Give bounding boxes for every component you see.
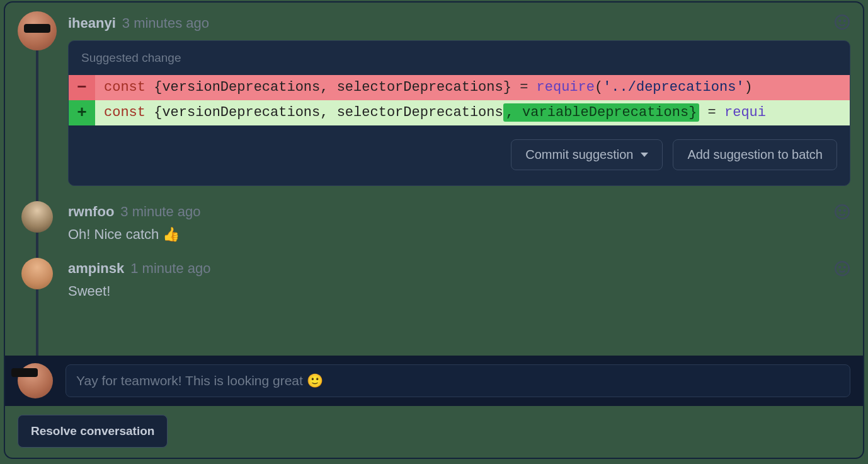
reply-bar: Yay for teamwork! This is looking great … — [5, 356, 863, 406]
comment-header: ampinsk 1 minute ago — [68, 260, 850, 277]
comment: iheanyi 3 minutes ago Suggested change −… — [5, 3, 863, 192]
chevron-down-icon — [641, 153, 648, 157]
comment-body: Sweet! — [68, 283, 850, 299]
comment-header: iheanyi 3 minutes ago — [68, 15, 850, 32]
comment-header: rwnfoo 3 minute ago — [68, 204, 850, 220]
reply-placeholder: Yay for teamwork! This is looking great … — [76, 373, 323, 388]
suggestion-header: Suggested change — [69, 41, 850, 75]
button-label: Add suggestion to batch — [687, 148, 823, 162]
reply-input[interactable]: Yay for teamwork! This is looking great … — [66, 364, 850, 397]
svg-point-2 — [844, 20, 845, 21]
avatar[interactable] — [21, 258, 53, 289]
add-reaction-icon[interactable] — [834, 14, 850, 30]
comment: ampinsk 1 minute ago Sweet! — [5, 249, 863, 306]
suggestion-box: Suggested change − const {versionDepreca… — [68, 40, 850, 186]
add-reaction-icon[interactable] — [834, 260, 850, 277]
svg-point-6 — [835, 262, 849, 276]
svg-point-5 — [844, 210, 845, 211]
diff-added-line: + const {versionDeprecations, selectorDe… — [69, 100, 850, 125]
timestamp: 1 minute ago — [130, 260, 210, 277]
suggestion-actions: Commit suggestion Add suggestion to batc… — [69, 125, 850, 185]
svg-point-0 — [835, 15, 849, 29]
svg-point-8 — [844, 267, 845, 268]
username[interactable]: iheanyi — [68, 15, 116, 32]
avatar[interactable] — [21, 201, 53, 233]
commit-suggestion-button[interactable]: Commit suggestion — [511, 139, 663, 170]
username[interactable]: ampinsk — [68, 260, 124, 277]
diff-code: const {versionDeprecations, selectorDepr… — [95, 75, 850, 100]
comment-body: Oh! Nice catch 👍 — [68, 226, 850, 243]
diff-code: const {versionDeprecations, selectorDepr… — [95, 100, 850, 125]
diff-added-highlight: , variableDeprecations} — [503, 103, 700, 122]
avatar[interactable] — [18, 11, 57, 50]
timestamp: 3 minute ago — [120, 204, 200, 220]
diff-gutter-minus: − — [69, 75, 95, 100]
thread-area: iheanyi 3 minutes ago Suggested change −… — [5, 3, 863, 458]
diff-gutter-plus: + — [69, 100, 95, 125]
diff: − const {versionDeprecations, selectorDe… — [69, 75, 850, 125]
button-label: Commit suggestion — [525, 148, 633, 162]
svg-point-4 — [839, 210, 840, 211]
svg-point-1 — [839, 20, 840, 21]
add-suggestion-to-batch-button[interactable]: Add suggestion to batch — [673, 139, 837, 170]
diff-removed-line: − const {versionDeprecations, selectorDe… — [69, 75, 850, 100]
timestamp: 3 minutes ago — [122, 15, 209, 32]
comment: rwnfoo 3 minute ago Oh! Nice catch 👍 — [5, 192, 863, 249]
footer: Resolve conversation — [5, 406, 863, 458]
username[interactable]: rwnfoo — [68, 204, 114, 220]
svg-point-3 — [835, 205, 849, 219]
thumbs-up-emoji: 👍 — [163, 226, 180, 242]
resolve-conversation-button[interactable]: Resolve conversation — [18, 415, 168, 448]
svg-point-7 — [839, 267, 840, 268]
add-reaction-icon[interactable] — [834, 204, 850, 220]
avatar[interactable] — [18, 363, 53, 398]
conversation-panel: iheanyi 3 minutes ago Suggested change −… — [4, 1, 864, 459]
